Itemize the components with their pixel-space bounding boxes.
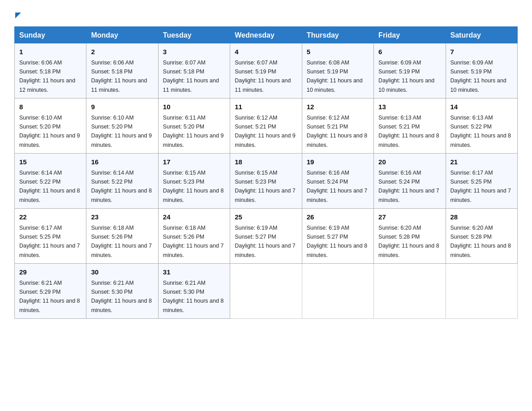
day-number: 7 — [450, 47, 513, 57]
calendar-cell: 22Sunrise: 6:17 AMSunset: 5:25 PMDayligh… — [15, 209, 86, 264]
weekday-header-friday: Friday — [374, 27, 446, 43]
day-number: 18 — [235, 157, 297, 167]
day-detail: Sunrise: 6:21 AMSunset: 5:30 PMDaylight:… — [91, 280, 152, 313]
day-detail: Sunrise: 6:08 AMSunset: 5:19 PMDaylight:… — [307, 60, 363, 93]
calendar-cell: 21Sunrise: 6:17 AMSunset: 5:25 PMDayligh… — [446, 154, 517, 209]
day-detail: Sunrise: 6:12 AMSunset: 5:21 PMDaylight:… — [307, 115, 368, 148]
calendar-cell: 11Sunrise: 6:12 AMSunset: 5:21 PMDayligh… — [230, 98, 302, 154]
day-number: 26 — [307, 212, 369, 223]
day-number: 23 — [91, 212, 153, 223]
calendar-cell: 10Sunrise: 6:11 AMSunset: 5:20 PMDayligh… — [158, 98, 230, 154]
day-detail: Sunrise: 6:11 AMSunset: 5:20 PMDaylight:… — [163, 115, 224, 148]
calendar-cell: 12Sunrise: 6:12 AMSunset: 5:21 PMDayligh… — [302, 98, 373, 154]
day-number: 25 — [235, 212, 297, 223]
day-number: 17 — [163, 157, 225, 167]
day-number: 9 — [91, 102, 153, 112]
day-detail: Sunrise: 6:10 AMSunset: 5:20 PMDaylight:… — [91, 115, 152, 148]
calendar-cell: 31Sunrise: 6:21 AMSunset: 5:30 PMDayligh… — [158, 264, 230, 319]
day-detail: Sunrise: 6:20 AMSunset: 5:28 PMDaylight:… — [450, 225, 511, 258]
calendar-cell: 15Sunrise: 6:14 AMSunset: 5:22 PMDayligh… — [15, 154, 86, 209]
calendar-cell: 5Sunrise: 6:08 AMSunset: 5:19 PMDaylight… — [302, 43, 373, 98]
day-number: 4 — [235, 47, 297, 57]
logo — [14, 11, 21, 18]
day-detail: Sunrise: 6:18 AMSunset: 5:26 PMDaylight:… — [163, 225, 224, 258]
page-header — [14, 11, 518, 18]
day-number: 1 — [19, 47, 82, 57]
day-detail: Sunrise: 6:17 AMSunset: 5:25 PMDaylight:… — [19, 225, 80, 258]
calendar-week-row: 22Sunrise: 6:17 AMSunset: 5:25 PMDayligh… — [15, 209, 518, 264]
day-number: 14 — [450, 102, 513, 112]
day-number: 8 — [19, 102, 82, 112]
calendar-cell: 18Sunrise: 6:15 AMSunset: 5:23 PMDayligh… — [230, 154, 302, 209]
calendar-week-row: 8Sunrise: 6:10 AMSunset: 5:20 PMDaylight… — [15, 98, 518, 154]
calendar-cell: 27Sunrise: 6:20 AMSunset: 5:28 PMDayligh… — [374, 209, 446, 264]
calendar-cell — [230, 264, 302, 319]
day-detail: Sunrise: 6:09 AMSunset: 5:19 PMDaylight:… — [450, 60, 506, 93]
day-number: 3 — [163, 47, 225, 57]
calendar-cell: 9Sunrise: 6:10 AMSunset: 5:20 PMDaylight… — [86, 98, 158, 154]
weekday-header-sunday: Sunday — [15, 27, 86, 43]
calendar-cell: 20Sunrise: 6:16 AMSunset: 5:24 PMDayligh… — [374, 154, 446, 209]
day-number: 27 — [378, 212, 441, 223]
day-number: 13 — [378, 102, 441, 112]
day-detail: Sunrise: 6:14 AMSunset: 5:22 PMDaylight:… — [19, 170, 80, 203]
calendar-week-row: 29Sunrise: 6:21 AMSunset: 5:29 PMDayligh… — [15, 264, 518, 319]
day-detail: Sunrise: 6:15 AMSunset: 5:23 PMDaylight:… — [163, 170, 224, 203]
day-detail: Sunrise: 6:12 AMSunset: 5:21 PMDaylight:… — [235, 115, 296, 148]
calendar-cell: 16Sunrise: 6:14 AMSunset: 5:22 PMDayligh… — [86, 154, 158, 209]
day-number: 20 — [378, 157, 441, 167]
calendar-cell: 14Sunrise: 6:13 AMSunset: 5:22 PMDayligh… — [446, 98, 517, 154]
calendar-cell: 23Sunrise: 6:18 AMSunset: 5:26 PMDayligh… — [86, 209, 158, 264]
day-number: 5 — [307, 47, 369, 57]
day-number: 30 — [91, 267, 153, 278]
calendar-cell: 8Sunrise: 6:10 AMSunset: 5:20 PMDaylight… — [15, 98, 86, 154]
day-number: 21 — [450, 157, 513, 167]
weekday-header-thursday: Thursday — [302, 27, 373, 43]
weekday-header-wednesday: Wednesday — [230, 27, 302, 43]
day-detail: Sunrise: 6:06 AMSunset: 5:18 PMDaylight:… — [91, 60, 147, 93]
logo-text — [14, 11, 21, 18]
day-number: 28 — [450, 212, 513, 223]
calendar-cell: 19Sunrise: 6:16 AMSunset: 5:24 PMDayligh… — [302, 154, 373, 209]
weekday-header-row: SundayMondayTuesdayWednesdayThursdayFrid… — [15, 27, 518, 43]
day-number: 12 — [307, 102, 369, 112]
day-number: 6 — [378, 47, 441, 57]
logo-arrow-icon — [15, 13, 21, 18]
day-detail: Sunrise: 6:19 AMSunset: 5:27 PMDaylight:… — [307, 225, 368, 258]
day-detail: Sunrise: 6:15 AMSunset: 5:23 PMDaylight:… — [235, 170, 296, 203]
day-detail: Sunrise: 6:07 AMSunset: 5:18 PMDaylight:… — [163, 60, 219, 93]
day-detail: Sunrise: 6:13 AMSunset: 5:21 PMDaylight:… — [378, 115, 439, 148]
calendar-cell: 7Sunrise: 6:09 AMSunset: 5:19 PMDaylight… — [446, 43, 517, 98]
day-detail: Sunrise: 6:07 AMSunset: 5:19 PMDaylight:… — [235, 60, 291, 93]
calendar-cell: 25Sunrise: 6:19 AMSunset: 5:27 PMDayligh… — [230, 209, 302, 264]
day-detail: Sunrise: 6:14 AMSunset: 5:22 PMDaylight:… — [91, 170, 152, 203]
calendar-cell: 2Sunrise: 6:06 AMSunset: 5:18 PMDaylight… — [86, 43, 158, 98]
day-number: 29 — [19, 267, 82, 278]
day-detail: Sunrise: 6:06 AMSunset: 5:18 PMDaylight:… — [19, 60, 75, 93]
day-detail: Sunrise: 6:16 AMSunset: 5:24 PMDaylight:… — [307, 170, 368, 203]
day-detail: Sunrise: 6:21 AMSunset: 5:30 PMDaylight:… — [163, 280, 224, 313]
calendar-cell — [446, 264, 517, 319]
weekday-header-tuesday: Tuesday — [158, 27, 230, 43]
day-detail: Sunrise: 6:19 AMSunset: 5:27 PMDaylight:… — [235, 225, 296, 258]
day-detail: Sunrise: 6:21 AMSunset: 5:29 PMDaylight:… — [19, 280, 80, 313]
day-number: 16 — [91, 157, 153, 167]
calendar-week-row: 15Sunrise: 6:14 AMSunset: 5:22 PMDayligh… — [15, 154, 518, 209]
day-number: 19 — [307, 157, 369, 167]
day-detail: Sunrise: 6:09 AMSunset: 5:19 PMDaylight:… — [378, 60, 434, 93]
day-detail: Sunrise: 6:17 AMSunset: 5:25 PMDaylight:… — [450, 170, 511, 203]
calendar-cell: 4Sunrise: 6:07 AMSunset: 5:19 PMDaylight… — [230, 43, 302, 98]
calendar-cell: 29Sunrise: 6:21 AMSunset: 5:29 PMDayligh… — [15, 264, 86, 319]
calendar-cell: 3Sunrise: 6:07 AMSunset: 5:18 PMDaylight… — [158, 43, 230, 98]
calendar-cell — [302, 264, 373, 319]
day-detail: Sunrise: 6:16 AMSunset: 5:24 PMDaylight:… — [378, 170, 439, 203]
day-number: 11 — [235, 102, 297, 112]
calendar-cell: 26Sunrise: 6:19 AMSunset: 5:27 PMDayligh… — [302, 209, 373, 264]
day-number: 15 — [19, 157, 82, 167]
calendar-cell: 30Sunrise: 6:21 AMSunset: 5:30 PMDayligh… — [86, 264, 158, 319]
calendar-cell — [374, 264, 446, 319]
calendar-cell: 24Sunrise: 6:18 AMSunset: 5:26 PMDayligh… — [158, 209, 230, 264]
day-number: 22 — [19, 212, 82, 223]
day-detail: Sunrise: 6:18 AMSunset: 5:26 PMDaylight:… — [91, 225, 152, 258]
day-detail: Sunrise: 6:10 AMSunset: 5:20 PMDaylight:… — [19, 115, 80, 148]
